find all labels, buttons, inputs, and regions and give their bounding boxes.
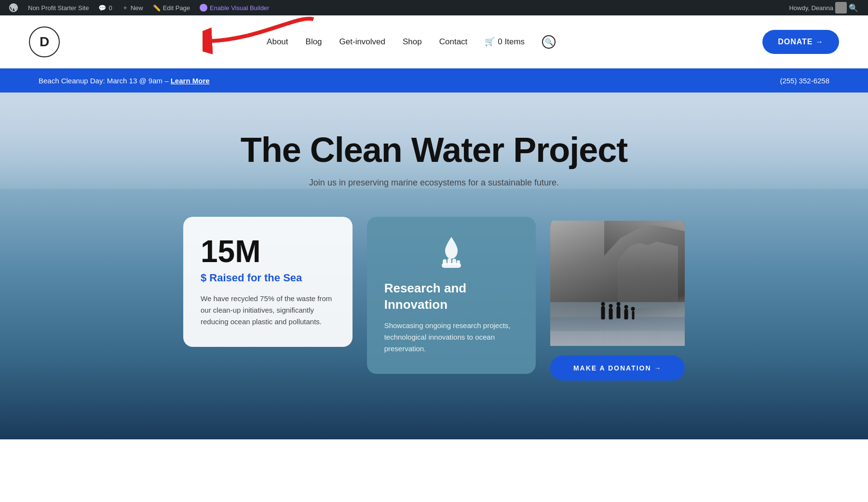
admin-bar-enable-vb[interactable]: Enable Visual Builder bbox=[195, 0, 274, 15]
card-stat: 15M bbox=[201, 236, 335, 267]
make-donation-button[interactable]: MAKE A DONATION → bbox=[550, 356, 685, 381]
nav-blog[interactable]: Blog bbox=[306, 37, 322, 47]
admin-bar-comments[interactable]: 💬 0 bbox=[94, 0, 117, 15]
nav-about[interactable]: About bbox=[267, 37, 288, 47]
pencil-icon: ✏️ bbox=[153, 4, 161, 12]
site-logo[interactable]: D bbox=[29, 26, 60, 57]
hero-text: The Clean Water Project Join us in prese… bbox=[241, 92, 628, 217]
card-subtitle: $ Raised for the Sea bbox=[201, 272, 335, 284]
search-admin-icon[interactable]: 🔍 bbox=[849, 3, 858, 13]
hero-title: The Clean Water Project bbox=[241, 131, 628, 169]
announcement-text: Beach Cleanup Day: March 13 @ 9am – Lear… bbox=[39, 77, 210, 85]
search-icon: 🔍 bbox=[545, 38, 553, 46]
main-nav: About Blog Get-involved Shop Contact 🛒 0… bbox=[267, 35, 556, 49]
water-drop-icon bbox=[384, 236, 519, 271]
admin-bar-new[interactable]: ＋ New bbox=[117, 0, 148, 15]
announcement-bar: Beach Cleanup Day: March 13 @ 9am – Lear… bbox=[0, 68, 868, 92]
avatar-icon bbox=[835, 2, 847, 13]
card-body: We have recycled 75% of the waste from o… bbox=[201, 293, 335, 328]
comment-icon: 💬 bbox=[98, 4, 106, 12]
divi-icon bbox=[200, 4, 207, 12]
hero-subtitle: Join us in preserving marine ecosystems … bbox=[241, 178, 628, 188]
nav-get-involved[interactable]: Get-involved bbox=[339, 37, 385, 47]
hero-section: The Clean Water Project Join us in prese… bbox=[0, 92, 868, 439]
research-card: Research and Innovation Showcasing ongoi… bbox=[367, 217, 536, 374]
svg-rect-2 bbox=[443, 259, 447, 265]
admin-bar-wp-icon[interactable] bbox=[4, 0, 23, 15]
card-body-2: Showcasing ongoing research projects, te… bbox=[384, 320, 519, 355]
logo-circle: D bbox=[29, 26, 60, 57]
photo-figures bbox=[601, 306, 634, 319]
search-button[interactable]: 🔍 bbox=[542, 35, 556, 49]
stat-card: 15M $ Raised for the Sea We have recycle… bbox=[183, 217, 353, 347]
card-title: Research and Innovation bbox=[384, 280, 519, 313]
site-header: D About Blog Get-involved Shop Contact 🛒… bbox=[0, 15, 868, 68]
admin-bar-edit-page[interactable]: ✏️ Edit Page bbox=[148, 0, 195, 15]
svg-rect-5 bbox=[457, 260, 460, 265]
cart-icon: 🛒 bbox=[485, 37, 495, 47]
nav-contact[interactable]: Contact bbox=[439, 37, 468, 47]
cards-row: 15M $ Raised for the Sea We have recycle… bbox=[145, 217, 723, 381]
photo-card: MAKE A DONATION → bbox=[550, 217, 685, 381]
admin-bar-howdy[interactable]: Howdy, Deanna 🔍 bbox=[789, 2, 864, 13]
phone-number: (255) 352-6258 bbox=[780, 77, 829, 85]
cart-area[interactable]: 🛒 0 Items bbox=[485, 37, 525, 47]
learn-more-link[interactable]: Learn More bbox=[171, 77, 210, 85]
admin-bar: Non Profit Starter Site 💬 0 ＋ New ✏️ Edi… bbox=[0, 0, 868, 15]
svg-rect-3 bbox=[448, 258, 451, 265]
plus-icon: ＋ bbox=[122, 3, 128, 12]
admin-bar-site-name[interactable]: Non Profit Starter Site bbox=[23, 0, 94, 15]
svg-rect-4 bbox=[452, 259, 456, 265]
nav-shop[interactable]: Shop bbox=[403, 37, 422, 47]
coastal-photo bbox=[550, 221, 685, 346]
donate-button[interactable]: DONATE → bbox=[762, 30, 839, 54]
